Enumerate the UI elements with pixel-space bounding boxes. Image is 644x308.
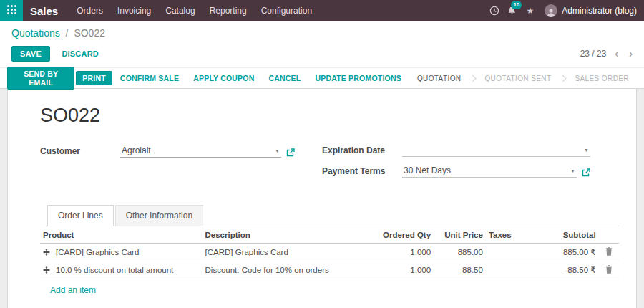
print-button[interactable]: PRINT: [76, 71, 112, 85]
line-subtotal: -88.50 ₹: [532, 261, 599, 279]
column-header-ordered-qty[interactable]: Ordered Qty: [376, 226, 434, 244]
payment-terms-label: Payment Terms: [322, 166, 402, 178]
payment-terms-input[interactable]: 30 Net Days ▼: [402, 165, 577, 178]
systray: 10 ★ Administrator (blog): [485, 0, 644, 21]
update-promotions-button[interactable]: UPDATE PROMOTIONS: [308, 72, 407, 85]
status-sales-order[interactable]: SALES ORDER: [565, 74, 638, 82]
breadcrumb-quotations-link[interactable]: Quotations: [11, 27, 60, 39]
apps-grid-icon: [6, 4, 17, 18]
pager-previous-icon[interactable]: ‹: [613, 48, 620, 59]
status-quotation[interactable]: QUOTATION: [408, 74, 471, 82]
delete-line-icon[interactable]: [605, 265, 613, 274]
status-quotation-sent[interactable]: QUOTATION SENT: [475, 74, 560, 82]
activities-clock-icon[interactable]: [485, 0, 503, 21]
payment-terms-field-row: Payment Terms 30 Net Days ▼: [322, 165, 590, 178]
line-unit-price[interactable]: -88.50: [434, 261, 486, 279]
menu-invoicing[interactable]: Invoicing: [110, 0, 158, 21]
expiration-date-label: Expiration Date: [322, 145, 402, 157]
pager-value: 23 / 23: [580, 49, 607, 59]
column-header-product[interactable]: Product: [40, 226, 203, 244]
action-bar: SEND BY EMAIL PRINT CONFIRM SALE APPLY C…: [0, 67, 644, 89]
line-unit-price[interactable]: 885.00: [434, 244, 486, 261]
user-menu[interactable]: Administrator (blog): [539, 4, 637, 17]
form-fields: Customer Agrolait ▼: [40, 145, 619, 186]
record-pager: 23 / 23 ‹ ›: [580, 48, 634, 59]
line-ordered-qty[interactable]: 1.000: [376, 261, 434, 279]
chevron-down-icon[interactable]: ▼: [570, 168, 575, 173]
chevron-down-icon[interactable]: ▼: [584, 148, 589, 153]
send-by-email-button[interactable]: SEND BY EMAIL: [7, 67, 74, 90]
drag-handle-icon[interactable]: [43, 266, 50, 274]
table-row[interactable]: 10.0 % discount on total amount Discount…: [40, 261, 619, 279]
payment-terms-external-link-icon[interactable]: [582, 168, 590, 178]
column-header-unit-price[interactable]: Unit Price: [434, 226, 486, 244]
menu-reporting[interactable]: Reporting: [203, 0, 254, 21]
quotation-form-sheet: SO022 Customer Agrolait ▼: [7, 89, 637, 308]
expiration-field-row: Expiration Date ▼: [322, 145, 590, 157]
column-header-taxes[interactable]: Taxes: [486, 226, 532, 244]
expiration-date-input[interactable]: ▼: [402, 145, 590, 157]
column-header-subtotal[interactable]: Subtotal: [532, 226, 599, 244]
customer-input[interactable]: Agrolait ▼: [120, 145, 281, 158]
menu-orders[interactable]: Orders: [69, 0, 110, 21]
top-navbar: Sales Orders Invoicing Catalog Reporting…: [0, 0, 644, 21]
customer-label: Customer: [40, 146, 120, 158]
discard-button[interactable]: DISCARD: [53, 47, 107, 61]
tab-order-lines[interactable]: Order Lines: [47, 205, 114, 226]
customer-field-row: Customer Agrolait ▼: [40, 145, 295, 158]
status-bar: QUOTATION QUOTATION SENT SALES ORDER: [408, 68, 644, 88]
tab-other-information[interactable]: Other Information: [115, 205, 203, 226]
menu-configuration[interactable]: Configuration: [254, 0, 319, 21]
app-title: Sales: [30, 5, 58, 17]
apply-coupon-button[interactable]: APPLY COUPON: [187, 72, 260, 85]
line-taxes[interactable]: [486, 261, 532, 279]
user-name: Administrator (blog): [562, 6, 637, 16]
line-subtotal: 885.00 ₹: [532, 244, 599, 261]
save-button[interactable]: SAVE: [11, 46, 50, 62]
line-product[interactable]: [CARD] Graphics Card: [56, 248, 139, 256]
user-avatar: [545, 4, 557, 17]
star-icon[interactable]: ★: [521, 0, 539, 21]
column-header-description[interactable]: Description: [203, 226, 376, 244]
drag-handle-icon[interactable]: [43, 249, 50, 256]
customer-external-link-icon[interactable]: [286, 148, 295, 158]
line-ordered-qty[interactable]: 1.000: [376, 244, 434, 261]
order-lines-table: Product Description Ordered Qty Unit Pri…: [40, 226, 619, 279]
breadcrumb-separator: /: [66, 27, 69, 39]
apps-menu-button[interactable]: [0, 0, 23, 21]
form-buttons: SAVE DISCARD: [11, 46, 107, 62]
table-row[interactable]: [CARD] Graphics Card [CARD] Graphics Car…: [40, 244, 619, 261]
notification-badge: 10: [511, 1, 522, 9]
notifications-bell-icon[interactable]: 10: [503, 0, 521, 21]
breadcrumb-current: SO022: [74, 27, 105, 39]
menu-catalog[interactable]: Catalog: [158, 0, 202, 21]
page-title: SO022: [40, 105, 619, 127]
notebook-tabs: Order Lines Other Information: [40, 205, 619, 226]
line-taxes[interactable]: [486, 244, 532, 261]
add-an-item-link[interactable]: Add an item: [40, 279, 96, 295]
delete-line-icon[interactable]: [605, 247, 613, 256]
content-area: SO022 Customer Agrolait ▼: [0, 89, 644, 308]
breadcrumb: Quotations / SO022: [0, 21, 644, 42]
confirm-sale-button[interactable]: CONFIRM SALE: [114, 72, 185, 85]
control-panel: SAVE DISCARD 23 / 23 ‹ ›: [0, 42, 644, 67]
chevron-down-icon[interactable]: ▼: [275, 148, 280, 153]
action-buttons: SEND BY EMAIL PRINT CONFIRM SALE APPLY C…: [7, 68, 408, 88]
line-description[interactable]: [CARD] Graphics Card: [203, 244, 376, 261]
main-menu: Orders Invoicing Catalog Reporting Confi…: [69, 0, 319, 21]
cancel-button[interactable]: CANCEL: [262, 72, 307, 85]
line-description[interactable]: Discount: Code for 10% on orders: [203, 261, 376, 279]
line-product[interactable]: 10.0 % discount on total amount: [56, 266, 173, 274]
pager-next-icon[interactable]: ›: [628, 48, 634, 59]
